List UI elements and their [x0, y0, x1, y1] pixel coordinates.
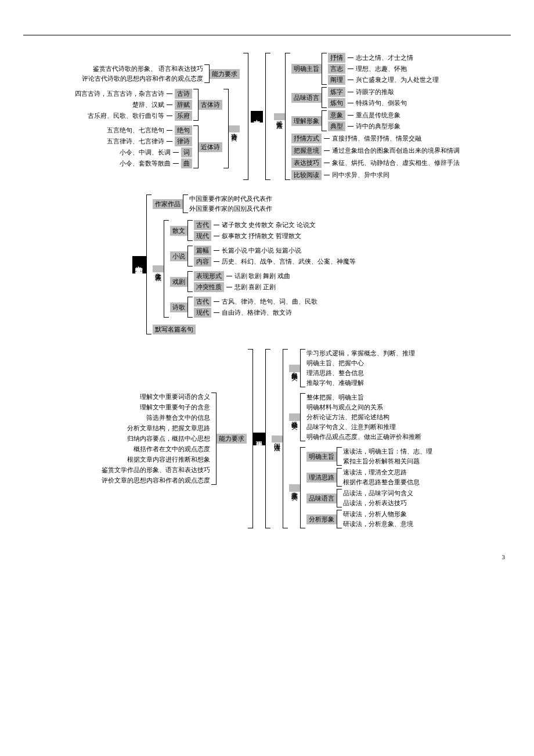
label: 典型 [328, 121, 345, 131]
label: 乐府 [175, 111, 192, 121]
badge-ability: 能力要求 [210, 69, 240, 79]
text: 古乐府、民歌、歌行曲引等 [88, 111, 164, 120]
text: 长篇小说 中篇小说 短篇小说 [222, 246, 302, 255]
badge: 抒情方式 [291, 134, 322, 143]
text: 根据文章内容进行推断和想象 [127, 455, 210, 464]
label: 古代 [194, 297, 211, 307]
text: 通过意象组合的图象而创造出来的境界和情调 [332, 146, 460, 155]
text: 理想、志趣、怀抱 [356, 64, 407, 73]
text: 同中求异、异中求同 [332, 171, 389, 179]
text: 紧扣主旨分析解答相关问题 [343, 457, 432, 466]
vbadge-method: 阅读方法 [272, 435, 283, 442]
text: 推敲字句、准确理解 [306, 379, 415, 387]
section-poetry: 鉴赏古代诗歌的形象、 语言和表达技巧 评论古代诗歌的思想内容和作者的观点态度 能… [23, 53, 511, 180]
text: 归纳内容要点，概括中心思想 [127, 434, 210, 443]
text: 筛选并整合文中的信息 [146, 413, 210, 422]
label: 律诗 [175, 136, 192, 146]
text: 品读法，品味字词句含义 [343, 489, 413, 498]
text: 评论古代诗歌的思想内容和作者的观点态度 [82, 74, 203, 83]
text: 历史、科幻、战争、言情、武侠、公案、神魔等 [222, 257, 356, 266]
label: 意象 [328, 110, 345, 120]
text: 悲剧 喜剧 正剧 [234, 283, 276, 291]
text: 楚辞、汉赋 [132, 100, 164, 109]
label: 现代 [194, 231, 211, 241]
text: 重点是传统意象 [356, 111, 400, 120]
text: 整体把握、明确主旨 [306, 393, 421, 402]
text: 话剧 歌剧 舞剧 戏曲 [234, 272, 290, 280]
text: 速读法，理清全文思路 [343, 468, 420, 477]
section-modern: 理解文中重要词语的含义 理解文中重要句子的含意 筛选并整合文中的信息 分析文章结… [23, 349, 511, 528]
text: 诗眼字的推敲 [356, 88, 394, 96]
text: 学习形式逻辑，掌握概念、判断、推理 [306, 349, 415, 358]
text: 诸子散文 史传散文 杂记文 论说文 [222, 221, 316, 229]
badge-recite: 默写名篇名句 [153, 325, 196, 334]
text: 品读法，分析表达技巧 [343, 499, 413, 507]
page-number: 3 [502, 553, 506, 560]
vbadge-genre: 文学体裁 [153, 265, 164, 272]
text: 分析论证方法、把握论述结构 [306, 413, 421, 422]
badge: 把握意境 [291, 146, 322, 156]
text: 理解文中重要词语的含义 [140, 393, 210, 401]
badge: 比较阅读 [291, 170, 322, 180]
label: 篇幅 [194, 246, 211, 255]
badge: 小说 [170, 251, 187, 261]
title-literature: 文学常识和名著名篇 [132, 256, 146, 273]
title-poetry: 古诗鉴赏 [251, 111, 263, 123]
text: 四言古诗，五言古诗，杂言古诗 [75, 89, 164, 98]
label: 辞赋 [175, 100, 192, 110]
text: 直接抒情、借景抒情、情景交融 [332, 134, 421, 143]
text: 志士之情、才士之情 [356, 53, 413, 62]
label: 古诗 [175, 89, 192, 99]
badge: 诗歌 [170, 303, 187, 312]
text: 理清思路、整合信息 [306, 369, 415, 377]
label: 现代 [194, 308, 211, 318]
text: 古风、律诗、绝句、词、曲、民歌 [222, 297, 317, 306]
vbadge-method: 鉴赏方法 [274, 113, 285, 120]
text: 小令、套数等散曲 [120, 159, 171, 168]
text: 中国重要作家的时代及代表作 [189, 195, 272, 203]
badge: 理清思路 [306, 473, 337, 483]
text: 鉴赏文学作品的形象、语言和表达技巧 [102, 466, 210, 474]
badge-authors: 作家作品 [153, 199, 183, 209]
label: 内容 [194, 257, 211, 267]
label: 炼字 [328, 87, 345, 97]
text: 特殊诗句、倒装句 [356, 99, 407, 107]
badge: 品味语言 [291, 93, 322, 103]
text: 研读法，分析意象、意境 [343, 520, 413, 528]
badge: 古体诗 [199, 100, 222, 110]
badge-ability: 能力要求 [217, 434, 247, 444]
badge: 理解形象 [291, 116, 322, 126]
badge: 品味语言 [306, 494, 337, 503]
text: 明确材料与观点之间的关系 [306, 403, 421, 412]
label: 炼句 [328, 98, 345, 108]
text: 叙事散文 抒情散文 哲理散文 [222, 232, 302, 240]
text: 分析文章结构，把握文章思路 [127, 424, 210, 433]
text: 根据作者思路整合重要信息 [343, 478, 420, 487]
badge: 明确主旨 [291, 64, 322, 74]
label: 曲 [181, 159, 192, 168]
vbadge: 文学作品类 [289, 484, 300, 492]
text: 自由诗、格律诗、散文诗 [222, 308, 292, 317]
label: 抒情 [328, 53, 345, 63]
text: 五言绝句、七言绝句 [107, 126, 164, 135]
badge: 散文 [170, 226, 187, 236]
text: 外国重要作家的国别及代表作 [189, 204, 272, 213]
vbadge: 自然科学类 [289, 365, 300, 372]
text: 象征、烘托、动静结合、虚实相生、修辞手法 [332, 159, 460, 167]
vbadge: 社会科学类 [289, 413, 300, 421]
text: 鉴赏古代诗歌的形象、 语言和表达技巧 [93, 64, 203, 73]
label: 绝句 [175, 125, 192, 135]
text: 诗中的典型形象 [356, 122, 400, 131]
badge: 表达技巧 [291, 158, 322, 168]
text: 小令、中调、长调 [120, 148, 171, 157]
text: 速读法，明确主旨：情、志、理 [343, 447, 432, 456]
badge: 分析形象 [306, 514, 337, 524]
label: 古代 [194, 220, 211, 230]
section-literature: 文学常识和名著名篇 作家作品 中国重要作家的时代及代表作 外国重要作家的国别及代… [23, 195, 511, 334]
text: 明确作品观点态度、做出正确评价和推断 [306, 433, 421, 441]
text: 明确主旨、把握中心 [306, 359, 415, 368]
label: 冲突性质 [194, 282, 224, 292]
badge: 戏剧 [170, 277, 187, 287]
label: 词 [181, 147, 192, 157]
label: 阐理 [328, 75, 345, 85]
